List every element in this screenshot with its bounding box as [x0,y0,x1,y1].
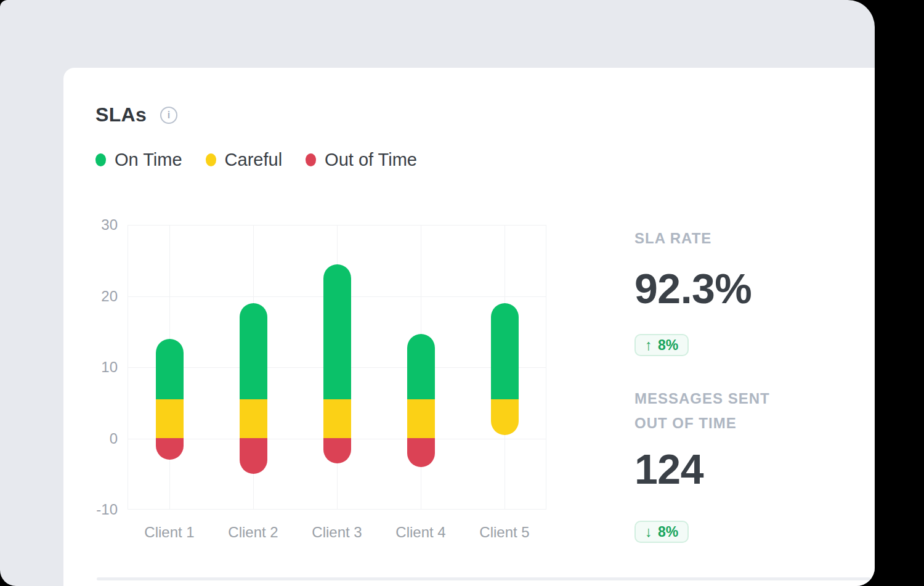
bar-segment-on-time [407,334,435,399]
bar-segment-out-of-time [156,438,184,460]
stat-label-messages-line1: MESSAGES SENT [634,390,770,407]
legend-label: Out of Time [325,150,417,170]
bar-client-5[interactable] [491,303,519,435]
bar-segment-careful [323,399,351,439]
plot-border [546,225,546,510]
arrow-down-icon: ↓ [645,523,652,540]
x-tick-label: Client 5 [455,524,554,541]
stat-label-messages-line2: OUT OF TIME [634,415,737,432]
bar-client-2[interactable] [240,303,267,474]
legend: On TimeCarefulOut of Time [95,150,417,170]
legend-item-careful[interactable]: Careful [206,150,283,170]
sla-card: SLAs i On TimeCarefulOut of Time 3020100… [63,68,875,586]
bar-segment-out-of-time [407,438,435,466]
bar-segment-out-of-time [240,438,267,474]
plot-border [128,225,128,510]
y-axis: 3020100-10 [75,225,118,510]
bar-segment-careful [240,399,267,439]
y-tick-label: 20 [75,288,118,305]
legend-dot-icon [306,153,316,166]
bar-segment-out-of-time [323,438,351,463]
plot-area [128,225,546,510]
x-axis: Client 1Client 2Client 3Client 4Client 5 [128,524,546,543]
card-header: SLAs i [95,104,177,126]
y-tick-label: 30 [75,216,118,234]
bar-segment-careful [491,399,519,435]
stat-value-messages: 124 [634,447,703,491]
bar-client-3[interactable] [323,264,351,463]
delta-value: 8% [658,524,678,540]
arrow-up-icon: ↑ [645,336,652,354]
y-tick-label: 10 [75,359,118,376]
bar-segment-on-time [156,339,184,399]
bar-client-4[interactable] [407,334,435,467]
card-title: SLAs [95,104,147,126]
y-tick-label: 0 [75,430,118,447]
y-tick-label: -10 [75,501,118,518]
stat-value-sla-rate: 92.3% [634,266,752,311]
bar-segment-on-time [323,264,351,399]
app-background: SLAs i On TimeCarefulOut of Time 3020100… [0,0,875,586]
legend-item-on-time[interactable]: On Time [95,150,182,170]
legend-label: On Time [115,150,182,170]
bar-segment-careful [407,399,435,439]
legend-label: Careful [225,150,283,170]
info-icon[interactable]: i [160,107,177,124]
legend-item-out-of-time[interactable]: Out of Time [306,150,417,170]
delta-value: 8% [658,337,678,354]
bottom-divider [97,577,870,580]
bar-segment-on-time [240,303,267,399]
stat-label-sla-rate: SLA RATE [634,230,711,247]
bar-segment-on-time [491,303,519,399]
legend-dot-icon [95,153,106,166]
delta-badge-sla-rate: ↑ 8% [634,334,689,356]
bar-client-1[interactable] [156,339,184,460]
stats-column: SLA RATE 92.3% ↑ 8% MESSAGES SENT OUT OF… [634,68,869,586]
delta-badge-messages: ↓ 8% [634,521,689,543]
bar-segment-careful [156,399,184,439]
legend-dot-icon [206,153,216,166]
